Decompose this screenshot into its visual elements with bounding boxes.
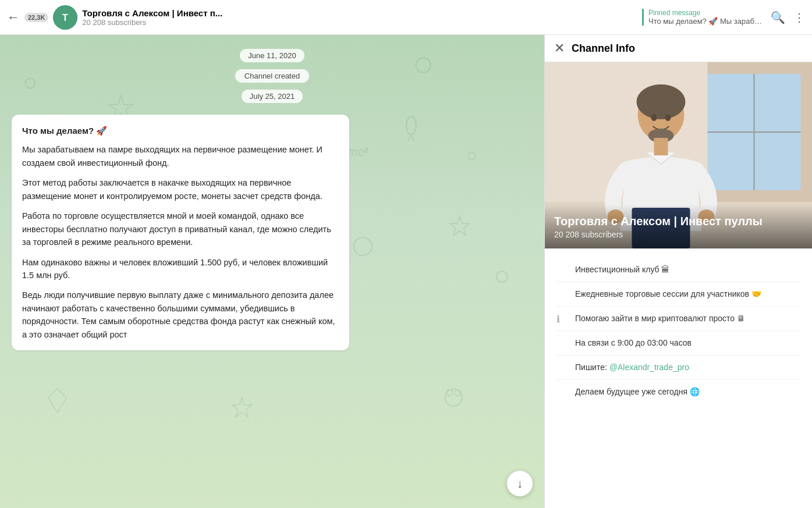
- info-icon-3: ℹ: [556, 314, 568, 325]
- message-paragraph-4: Нам одинаково важны и человек вложивший …: [22, 256, 339, 282]
- info-row-6: Делаем будущее уже сегодня 🌐: [556, 380, 800, 404]
- info-row-4: На связи с 9:00 до 03:00 часов: [556, 331, 800, 356]
- info-text-2: Ежедневные торговые сессии для участнико…: [575, 288, 800, 300]
- panel-title: Channel Info: [572, 42, 635, 55]
- info-row-5: Пишите: @Alexandr_trade_pro: [556, 356, 800, 380]
- channel-photo-subs: 20 208 subscribers: [554, 230, 803, 239]
- message-paragraph-5: Ведь люди получившие первую выплату даже…: [22, 289, 339, 341]
- chat-content: June 11, 2020 Channel created July 25, 2…: [0, 35, 544, 508]
- date-badge-1: June 11, 2020: [240, 49, 304, 62]
- channel-header-info: Торговля с Алексом | Инвест п... 20 208 …: [82, 8, 222, 27]
- info-text-5[interactable]: Пишите: @Alexandr_trade_pro: [575, 361, 800, 374]
- message-bubble: Что мы делаем? 🚀 Мы зарабатываем на памp…: [12, 115, 349, 350]
- main-area: E=mc² $ June 11, 2020 Channel created Ju…: [0, 35, 812, 508]
- channel-created-badge: Channel created: [235, 69, 309, 83]
- info-section: Инвестиционный клуб 🏛 Ежедневные торговы…: [545, 248, 812, 413]
- message-title: Что мы делаем? 🚀: [22, 124, 339, 137]
- search-icon[interactable]: 🔍: [771, 10, 785, 24]
- channel-photo: Торговля с Алексом | Инвест пуллы 20 208…: [545, 62, 812, 248]
- right-panel-header: ✕ Channel Info: [545, 35, 812, 62]
- message-paragraph-1: Мы зарабатываем на памpe выходящих на пе…: [22, 143, 339, 169]
- pinned-message[interactable]: Pinned message Что мы делаем? 🚀 Мы зараб…: [642, 9, 765, 26]
- message-paragraph-3: Работа по торговле осуществляется мной и…: [22, 209, 339, 248]
- info-text-3: Помогаю зайти в мир криптовалют просто 🖥: [575, 312, 800, 325]
- more-options-icon[interactable]: ⋮: [793, 10, 805, 24]
- channel-name: Торговля с Алексом | Инвест п...: [82, 8, 222, 18]
- channel-photo-overlay: Торговля с Алексом | Инвест пуллы 20 208…: [545, 204, 812, 248]
- info-row-2: Ежедневные торговые сессии для участнико…: [556, 282, 800, 307]
- svg-text:Т: Т: [62, 13, 68, 23]
- top-bar-icons: 🔍 ⋮: [771, 10, 805, 24]
- svg-point-33: [665, 114, 671, 121]
- subscriber-count: 20 208 subscribers: [82, 18, 222, 27]
- info-text-6: Делаем будущее уже сегодня 🌐: [575, 386, 800, 398]
- info-text-1: Инвестиционный клуб 🏛: [575, 264, 800, 276]
- svg-point-32: [651, 114, 657, 121]
- contact-link[interactable]: @Alexandr_trade_pro: [609, 363, 689, 372]
- svg-rect-38: [654, 138, 668, 155]
- subscriber-badge: 22,3K: [24, 13, 48, 22]
- pinned-text: Что мы делаем? 🚀 Мы зарабатыв...: [648, 17, 765, 26]
- top-bar-left: ← 22,3K Т Торговля с Алексом | Инвест п.…: [7, 5, 765, 30]
- info-row-1: Инвестиционный клуб 🏛: [556, 258, 800, 282]
- right-panel: ✕ Channel Info: [544, 35, 812, 508]
- svg-point-31: [637, 84, 686, 119]
- message-paragraph-2: Этот метод работы заключается в накачке …: [22, 176, 339, 203]
- info-text-4: На связи с 9:00 до 03:00 часов: [575, 337, 800, 349]
- pinned-label: Pinned message: [648, 9, 765, 17]
- scroll-down-button[interactable]: ↓: [507, 471, 533, 496]
- top-bar: ← 22,3K Т Торговля с Алексом | Инвест п.…: [0, 0, 812, 35]
- close-panel-button[interactable]: ✕: [554, 42, 565, 55]
- channel-photo-name: Торговля с Алексом | Инвест пуллы: [554, 214, 803, 229]
- info-row-3: ℹ Помогаю зайти в мир криптовалют просто…: [556, 307, 800, 331]
- avatar[interactable]: Т: [53, 5, 77, 30]
- back-button[interactable]: ←: [7, 11, 20, 24]
- date-badge-2: July 25, 2021: [242, 90, 303, 103]
- chat-panel: E=mc² $ June 11, 2020 Channel created Ju…: [0, 35, 544, 508]
